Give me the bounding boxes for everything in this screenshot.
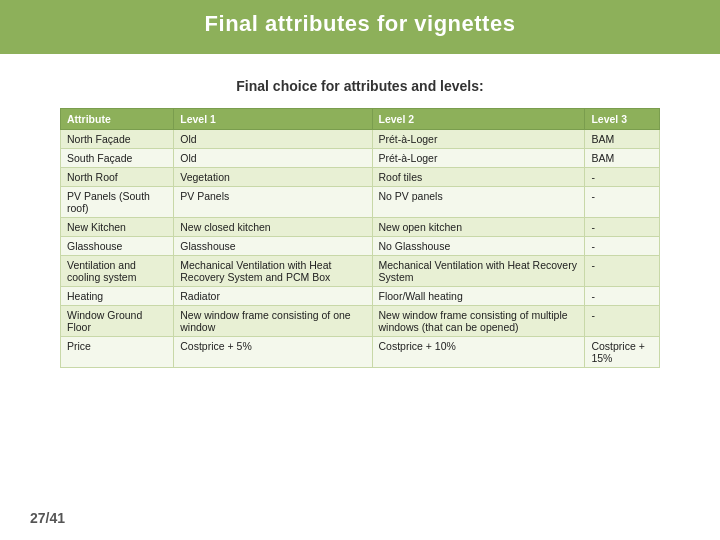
table-row: North FaçadeOldPrét-à-LogerBAM <box>61 130 660 149</box>
table-row: New KitchenNew closed kitchenNew open ki… <box>61 218 660 237</box>
table-cell: Costprice + 15% <box>585 337 660 368</box>
attributes-table: Attribute Level 1 Level 2 Level 3 North … <box>60 108 660 368</box>
table-row: Ventilation and cooling systemMechanical… <box>61 256 660 287</box>
subtitle: Final choice for attributes and levels: <box>60 78 660 94</box>
table-cell: Mechanical Ventilation with Heat Recover… <box>174 256 372 287</box>
table-cell: North Façade <box>61 130 174 149</box>
table-cell: BAM <box>585 149 660 168</box>
table-cell: No Glasshouse <box>372 237 585 256</box>
table-row: PriceCostprice + 5%Costprice + 10%Costpr… <box>61 337 660 368</box>
table-cell: Old <box>174 130 372 149</box>
table-cell: Roof tiles <box>372 168 585 187</box>
table-cell: Costprice + 10% <box>372 337 585 368</box>
table-cell: - <box>585 168 660 187</box>
table-cell: New open kitchen <box>372 218 585 237</box>
table-cell: PV Panels <box>174 187 372 218</box>
table-cell: Costprice + 5% <box>174 337 372 368</box>
table-cell: Price <box>61 337 174 368</box>
table-cell: - <box>585 187 660 218</box>
title-bar: Final attributes for vignettes <box>0 0 720 48</box>
table-cell: PV Panels (South roof) <box>61 187 174 218</box>
table-row: PV Panels (South roof)PV PanelsNo PV pan… <box>61 187 660 218</box>
table-cell: Window Ground Floor <box>61 306 174 337</box>
col-header-level3: Level 3 <box>585 109 660 130</box>
table-row: North RoofVegetationRoof tiles- <box>61 168 660 187</box>
table-cell: Floor/Wall heating <box>372 287 585 306</box>
table-cell: Glasshouse <box>61 237 174 256</box>
table-cell: Old <box>174 149 372 168</box>
table-cell: - <box>585 237 660 256</box>
table-cell: Radiator <box>174 287 372 306</box>
table-cell: No PV panels <box>372 187 585 218</box>
table-cell: Ventilation and cooling system <box>61 256 174 287</box>
table-cell: - <box>585 218 660 237</box>
table-row: South FaçadeOldPrét-à-LogerBAM <box>61 149 660 168</box>
table-row: GlasshouseGlasshouseNo Glasshouse- <box>61 237 660 256</box>
green-stripe <box>0 48 720 54</box>
table-cell: New closed kitchen <box>174 218 372 237</box>
table-cell: Prét-à-Loger <box>372 149 585 168</box>
table-cell: Heating <box>61 287 174 306</box>
footer-page-number: 27/41 <box>30 510 65 526</box>
table-cell: - <box>585 256 660 287</box>
table-cell: South Façade <box>61 149 174 168</box>
col-header-attribute: Attribute <box>61 109 174 130</box>
slide: Final attributes for vignettes Final cho… <box>0 0 720 540</box>
col-header-level1: Level 1 <box>174 109 372 130</box>
slide-title: Final attributes for vignettes <box>205 11 516 37</box>
table-cell: - <box>585 287 660 306</box>
table-row: Window Ground FloorNew window frame cons… <box>61 306 660 337</box>
table-cell: New window frame consisting of multiple … <box>372 306 585 337</box>
table-cell: - <box>585 306 660 337</box>
table-cell: Prét-à-Loger <box>372 130 585 149</box>
table-cell: New Kitchen <box>61 218 174 237</box>
table-cell: Vegetation <box>174 168 372 187</box>
table-cell: North Roof <box>61 168 174 187</box>
table-row: HeatingRadiatorFloor/Wall heating- <box>61 287 660 306</box>
table-cell: Mechanical Ventilation with Heat Recover… <box>372 256 585 287</box>
table-cell: New window frame consisting of one windo… <box>174 306 372 337</box>
table-cell: Glasshouse <box>174 237 372 256</box>
table-cell: BAM <box>585 130 660 149</box>
col-header-level2: Level 2 <box>372 109 585 130</box>
content-area: Final choice for attributes and levels: … <box>0 60 720 378</box>
